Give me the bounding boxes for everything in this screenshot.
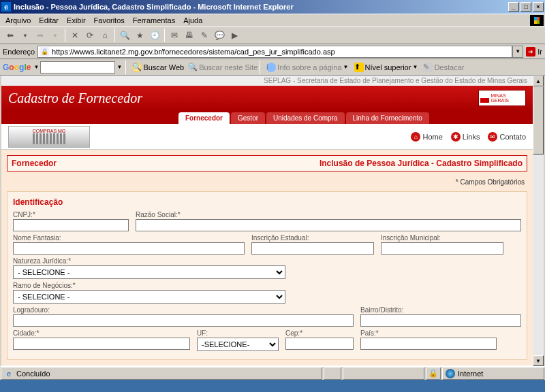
google-nivel-drop-icon[interactable]: ▼ xyxy=(411,64,419,70)
status-lock: 🔒 xyxy=(426,368,441,380)
ms-logo-icon xyxy=(530,15,544,26)
print-button[interactable]: 🖶 xyxy=(183,29,196,42)
input-pais[interactable] xyxy=(360,338,497,350)
address-dropdown-icon[interactable]: ▼ xyxy=(512,46,523,58)
search-button[interactable]: 🔍 xyxy=(118,29,131,42)
maximize-button[interactable]: □ xyxy=(520,2,531,12)
input-bairro[interactable] xyxy=(360,314,521,327)
edit-button[interactable]: ✎ xyxy=(198,29,211,42)
label-nat-jur: Natureza Jurídica:* xyxy=(13,257,285,265)
menu-arquivo[interactable]: Arquivo xyxy=(1,15,35,26)
menu-bar: Arquivo Editar Exibir Favoritos Ferramen… xyxy=(0,14,545,27)
google-menu-drop-icon[interactable]: ▼ xyxy=(32,64,40,70)
vertical-scrollbar[interactable]: ▲ ▼ xyxy=(533,76,544,366)
google-buscar-site[interactable]: 🔍Buscar neste Site xyxy=(188,63,258,72)
label-cidade: Cidade:* xyxy=(13,329,190,337)
select-nat-jur[interactable]: - SELECIONE - xyxy=(13,265,285,279)
back-drop-icon[interactable]: ▼ xyxy=(18,29,32,42)
sub-header: COMPRAS MG ⌂Home ✱Links ✉Contato xyxy=(1,124,533,150)
tab-unidades[interactable]: Unidades de Compra xyxy=(266,112,345,124)
address-bar: Endereço 🔒 https://wwws.licitanet2.mg.go… xyxy=(0,44,545,59)
ie-status-icon: e xyxy=(4,369,14,378)
select-ramo[interactable]: - SELECIONE - xyxy=(13,290,285,304)
google-logo[interactable]: Google xyxy=(3,63,31,72)
forward-drop-icon[interactable]: ▼ xyxy=(48,29,62,42)
label-logradouro: Logradouro: xyxy=(13,306,354,314)
search-web-icon: 🔍 xyxy=(132,63,142,72)
label-uf: UF: xyxy=(197,329,279,337)
go-button[interactable]: ➜Ir xyxy=(526,47,542,56)
tab-gestor[interactable]: Gestor xyxy=(231,112,265,124)
app-title: Cadastro de Fornecedor xyxy=(8,91,142,106)
input-nome-fantasia[interactable] xyxy=(13,242,245,255)
status-bar: e Concluído 🔒 Internet xyxy=(0,366,545,380)
input-cidade[interactable] xyxy=(13,338,190,350)
page-favicon-icon: 🔒 xyxy=(40,47,49,56)
scroll-down-icon[interactable]: ▼ xyxy=(533,355,544,366)
tab-linha[interactable]: Linha de Fornecimento xyxy=(346,112,429,124)
scroll-up-icon[interactable]: ▲ xyxy=(533,76,544,86)
link-links[interactable]: ✱Links xyxy=(451,132,480,142)
mail-button[interactable]: ✉ xyxy=(168,29,181,42)
google-destacar[interactable]: ✎Destacar xyxy=(423,63,464,72)
stop-button[interactable]: ✕ xyxy=(68,29,82,42)
status-empty1 xyxy=(324,368,341,380)
input-inscr-est[interactable] xyxy=(251,242,374,255)
google-search-drop-icon[interactable]: ▼ xyxy=(115,64,123,70)
window-titlebar: e Inclusão - Pessoa Jurídica, Cadastro S… xyxy=(0,0,545,14)
forward-button[interactable]: ➡ xyxy=(33,29,47,42)
google-info[interactable]: iInfo sobre a página xyxy=(266,63,341,72)
section-identificacao: Identificação xyxy=(13,197,521,207)
scroll-thumb[interactable] xyxy=(533,86,544,154)
realplayer-button[interactable]: ▶ xyxy=(228,29,241,42)
back-button[interactable]: ⬅ xyxy=(3,29,17,42)
menu-exibir[interactable]: Exibir xyxy=(63,15,90,26)
menu-ferramentas[interactable]: Ferramentas xyxy=(129,15,179,26)
form-title-bar: Fornecedor Inclusão de Pessoa Jurídica -… xyxy=(7,155,527,172)
label-nome-fantasia: Nome Fantasia: xyxy=(13,234,245,242)
link-contato[interactable]: ✉Contato xyxy=(488,132,526,142)
label-pais: País:* xyxy=(360,329,497,337)
status-empty2 xyxy=(343,368,424,380)
links-icon: ✱ xyxy=(451,132,461,142)
google-nivel[interactable]: ⬆Nível superior xyxy=(354,63,411,72)
label-cnpj: CNPJ:* xyxy=(13,211,129,218)
scroll-track[interactable] xyxy=(533,154,544,355)
form-wrapper: Fornecedor Inclusão de Pessoa Jurídica -… xyxy=(1,150,533,365)
search-site-icon: 🔍 xyxy=(188,63,198,72)
label-razao: Razão Social:* xyxy=(136,211,521,218)
tab-fornecedor[interactable]: Fornecedor xyxy=(178,112,230,124)
history-button[interactable]: 🕘 xyxy=(148,29,161,42)
up-icon: ⬆ xyxy=(354,63,364,72)
select-uf[interactable]: -SELECIONE- xyxy=(197,338,279,351)
menu-ajuda[interactable]: Ajuda xyxy=(179,15,206,26)
toolbar: ⬅ ▼ ➡ ▼ ✕ ⟳ ⌂ 🔍 ★ 🕘 ✉ 🖶 ✎ 💬 ▶ xyxy=(0,27,545,44)
input-cep[interactable] xyxy=(285,338,354,350)
favorites-button[interactable]: ★ xyxy=(133,29,146,42)
status-concluido: e Concluído xyxy=(1,368,322,380)
link-home[interactable]: ⌂Home xyxy=(411,132,442,142)
input-logradouro[interactable] xyxy=(13,314,354,327)
minimize-button[interactable]: _ xyxy=(508,2,519,12)
form-box: Identificação CNPJ:* Razão Social:* Nome… xyxy=(7,191,527,360)
refresh-button[interactable]: ⟳ xyxy=(83,29,97,42)
input-razao[interactable] xyxy=(136,219,521,231)
compras-mg-banner: COMPRAS MG xyxy=(8,126,90,148)
menu-editar[interactable]: Editar xyxy=(35,15,63,26)
globe-icon xyxy=(446,369,455,378)
input-inscr-mun[interactable] xyxy=(381,242,503,255)
label-inscr-mun: Inscrição Municipal: xyxy=(381,234,503,242)
discuss-button[interactable]: 💬 xyxy=(213,29,226,42)
contato-icon: ✉ xyxy=(488,132,497,142)
google-buscar-web[interactable]: 🔍Buscar Web xyxy=(132,63,184,72)
info-icon: i xyxy=(266,63,276,72)
close-button[interactable]: × xyxy=(533,2,544,12)
lock-icon: 🔒 xyxy=(429,369,438,378)
input-cnpj[interactable] xyxy=(13,219,129,231)
home-button[interactable]: ⌂ xyxy=(98,29,112,42)
google-info-drop-icon[interactable]: ▼ xyxy=(342,64,350,70)
google-search-input[interactable] xyxy=(40,61,115,74)
menu-favoritos[interactable]: Favoritos xyxy=(90,15,129,26)
label-bairro: Bairro/Distrito: xyxy=(360,306,521,314)
address-input[interactable]: 🔒 https://wwws.licitanet2.mg.gov.br/forn… xyxy=(37,46,512,58)
